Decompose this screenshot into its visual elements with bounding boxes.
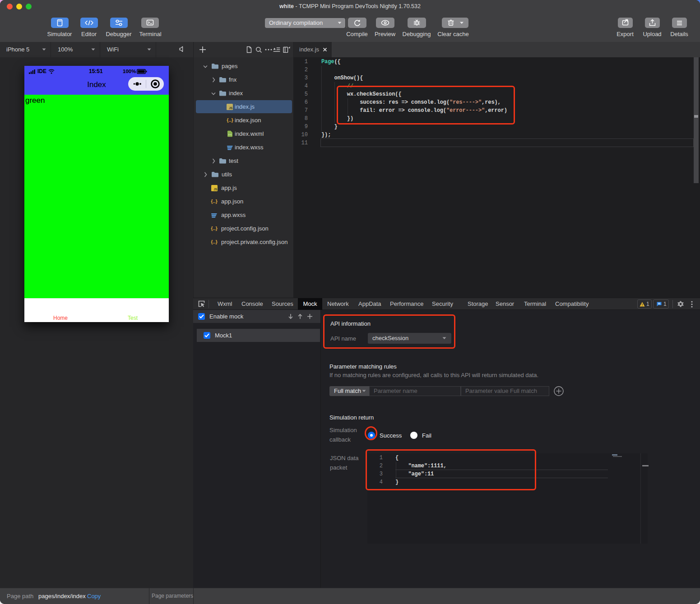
svg-text:{..}: {..} (211, 226, 218, 231)
svg-text:JS: JS (229, 106, 233, 110)
svg-text:{..}: {..} (211, 239, 218, 244)
svg-text:{..}: {..} (227, 117, 233, 123)
svg-text:JS: JS (213, 188, 218, 191)
svg-text:{..}: {..} (211, 198, 218, 204)
